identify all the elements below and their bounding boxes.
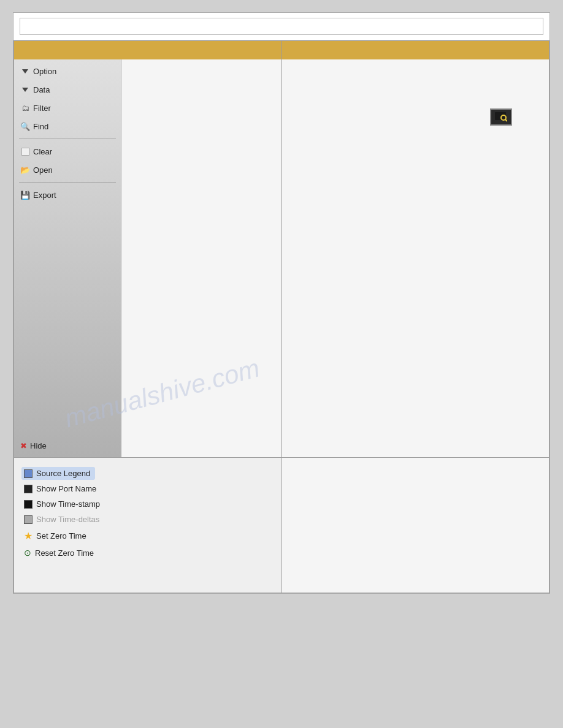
legend-item-source-legend[interactable]: Source Legend xyxy=(21,467,95,480)
sidebar-item-open-label: Open xyxy=(33,165,53,175)
svg-rect-0 xyxy=(495,112,506,120)
bottom-right-panel xyxy=(282,458,549,593)
legend-label-show-port-name: Show Port Name xyxy=(36,484,96,493)
filter-icon: 🗂 xyxy=(20,103,30,113)
legend-item-reset-zero-time[interactable]: ⊙ Reset Zero Time xyxy=(21,546,99,559)
legend-icon-show-timestamp xyxy=(24,500,33,509)
triangle-down-icon-option xyxy=(20,66,30,76)
export-icon: 💾 xyxy=(20,190,30,200)
legend-label-reset-zero-time: Reset Zero Time xyxy=(35,548,94,558)
magnify-icon xyxy=(495,112,507,122)
sidebar-item-clear-label: Clear xyxy=(33,147,52,156)
legend-panel: Source Legend Show Port Name Show Time-s… xyxy=(21,467,274,559)
legend-icon-show-port-name xyxy=(24,485,33,493)
sidebar-item-filter[interactable]: 🗂 Filter xyxy=(14,99,121,116)
sidebar-item-option[interactable]: Option xyxy=(14,63,121,80)
bottom-left-panel: Source Legend Show Port Name Show Time-s… xyxy=(14,458,282,593)
sidebar-item-find[interactable]: 🔍 Find xyxy=(14,118,121,135)
panel-right-content xyxy=(282,59,549,457)
legend-label-show-timestamp: Show Time-stamp xyxy=(36,499,100,509)
main-container: Option Data 🗂 Filter 🔍 Find xyxy=(13,12,550,594)
legend-label-show-time-deltas: Show Time-deltas xyxy=(36,515,99,524)
panel-right-top xyxy=(282,59,549,458)
legend-label-set-zero-time: Set Zero Time xyxy=(36,531,86,540)
legend-label-source-legend: Source Legend xyxy=(36,469,90,478)
legend-item-show-port-name[interactable]: Show Port Name xyxy=(21,482,101,495)
sidebar-divider-1 xyxy=(19,138,116,139)
view-icon[interactable] xyxy=(490,108,512,126)
legend-item-show-timestamp[interactable]: Show Time-stamp xyxy=(21,498,105,510)
hide-icon: ✖ xyxy=(20,441,27,450)
legend-item-set-zero-time[interactable]: ★ Set Zero Time xyxy=(21,528,91,544)
legend-item-show-time-deltas[interactable]: Show Time-deltas xyxy=(21,513,104,526)
legend-icon-set-zero-time: ★ xyxy=(24,530,33,542)
sidebar-item-filter-label: Filter xyxy=(33,104,51,113)
legend-icon-reset-zero-time: ⊙ xyxy=(24,548,31,558)
header-right xyxy=(282,41,549,59)
header-left xyxy=(14,41,282,59)
open-icon: 📂 xyxy=(20,165,30,175)
svg-line-2 xyxy=(505,119,507,121)
clear-icon xyxy=(20,146,30,156)
triangle-down-icon-data xyxy=(20,85,30,94)
sidebar-item-data[interactable]: Data xyxy=(14,81,121,98)
sidebar-item-find-label: Find xyxy=(33,122,48,131)
sidebar-item-clear[interactable]: Clear xyxy=(14,143,121,160)
sidebar: Option Data 🗂 Filter 🔍 Find xyxy=(14,59,121,457)
sidebar-spacer xyxy=(14,205,121,436)
sidebar-divider-2 xyxy=(19,182,116,183)
sidebar-item-export[interactable]: 💾 Export xyxy=(14,186,121,203)
sidebar-item-export-label: Export xyxy=(33,191,56,200)
top-search-bar xyxy=(13,13,550,40)
sidebar-item-data-label: Data xyxy=(33,85,50,94)
sidebar-item-open[interactable]: 📂 Open xyxy=(14,161,121,178)
main-grid: Option Data 🗂 Filter 🔍 Find xyxy=(13,40,550,593)
main-content-area: manualshive.com xyxy=(121,59,281,457)
sidebar-item-option-label: Option xyxy=(33,67,56,76)
sidebar-item-hide-label: Hide xyxy=(30,441,47,450)
legend-icon-source-legend xyxy=(24,469,33,478)
sidebar-item-hide[interactable]: ✖ Hide xyxy=(14,438,121,454)
search-input[interactable] xyxy=(20,18,543,35)
find-icon: 🔍 xyxy=(20,121,30,131)
panel-left: Option Data 🗂 Filter 🔍 Find xyxy=(14,59,282,458)
legend-icon-show-time-deltas xyxy=(24,515,33,524)
